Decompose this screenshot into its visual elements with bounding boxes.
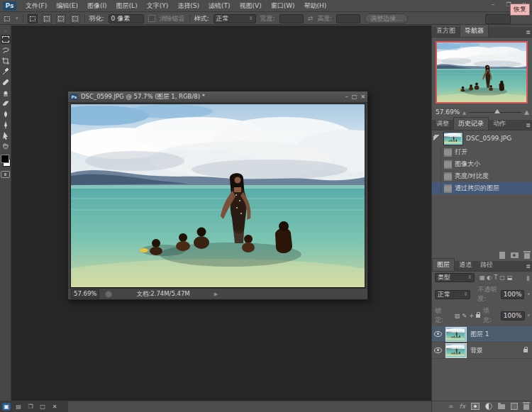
menu-help[interactable]: 帮助(H) [304, 1, 327, 11]
opacity-input[interactable]: 100% [501, 290, 525, 299]
tab-adjustments[interactable]: 调整 [432, 118, 453, 130]
new-snapshot-camera-icon[interactable] [511, 252, 519, 258]
document-canvas[interactable] [70, 104, 365, 288]
link-layers-icon[interactable]: ∞ [448, 403, 454, 410]
minibar-list-icon[interactable]: ▤ [14, 403, 23, 411]
history-source-well[interactable] [433, 147, 441, 157]
refine-edge-button[interactable]: 调整边缘… [365, 13, 408, 23]
minibar-restore-icon[interactable]: ❐ [26, 403, 35, 411]
document-window[interactable]: Ps DSC_0599.JPG @ 57.7% (图层 1, RGB/8) * … [67, 91, 368, 300]
layer-name[interactable]: 图层 1 [470, 330, 489, 339]
navigator-proxy-view[interactable] [436, 41, 528, 104]
blend-mode-select[interactable]: 正常⇕ [435, 290, 470, 299]
history-source-well[interactable] [433, 160, 441, 169]
new-group-folder-icon[interactable] [498, 404, 505, 409]
minimize-button[interactable]: – [487, 1, 499, 8]
history-step-open[interactable]: 打开 [432, 146, 532, 158]
layer-thumbnail[interactable] [445, 327, 467, 342]
menu-select[interactable]: 选择(S) [177, 1, 199, 11]
healing-brush-tool[interactable] [1, 77, 11, 87]
blur-tool[interactable] [1, 109, 11, 118]
menu-filter[interactable]: 滤镜(T) [209, 1, 231, 11]
menu-window[interactable]: 窗口(W) [271, 1, 295, 11]
doc-maximize-button[interactable]: □ [352, 94, 358, 100]
rectangular-marquee-tool[interactable] [1, 35, 11, 44]
intersect-selection-mode-button[interactable] [70, 14, 80, 23]
filter-pixel-layers-icon[interactable]: ▦ [480, 274, 485, 281]
tab-channels[interactable]: 通道 [455, 259, 476, 271]
zoom-out-mountain-icon[interactable]: ▲ [462, 110, 466, 115]
fill-input[interactable]: 100% [501, 311, 525, 321]
zoom-in-mountain-icon[interactable]: ▲ [524, 108, 529, 116]
filter-type-layers-icon[interactable]: T [494, 274, 498, 281]
layer-name[interactable]: 背景 [470, 346, 483, 355]
history-source-well[interactable] [433, 172, 441, 181]
pen-tool[interactable] [1, 120, 11, 129]
menu-file[interactable]: 文件(F) [26, 1, 47, 11]
status-zoom-input[interactable]: 57.69% [71, 289, 99, 299]
eraser-tool[interactable] [1, 99, 11, 108]
panel-menu-icon[interactable]: ≣ [526, 29, 531, 35]
lock-position-icon[interactable]: + [469, 313, 474, 319]
width-input[interactable] [279, 14, 304, 23]
filter-kind-select[interactable]: 类型⇕ [435, 273, 475, 282]
document-title-bar[interactable]: Ps DSC_0599.JPG @ 57.7% (图层 1, RGB/8) * … [68, 91, 367, 103]
tab-histogram[interactable]: 直方图 [432, 25, 460, 37]
add-layer-mask-icon[interactable] [471, 403, 480, 410]
menu-layer[interactable]: 图层(L) [116, 1, 138, 11]
status-flyout-arrow-icon[interactable]: ▶ [214, 291, 218, 297]
new-selection-mode-button[interactable] [28, 14, 38, 23]
visibility-eye-icon[interactable] [434, 347, 442, 353]
quick-mask-button[interactable] [1, 171, 10, 178]
workspace-switcher-button[interactable] [485, 14, 511, 24]
minimized-doc-icon[interactable]: ▣ [2, 403, 11, 411]
lock-all-icon[interactable] [476, 314, 480, 318]
adjustment-layer-icon[interactable] [485, 403, 492, 410]
feather-input[interactable]: 0 像素 [109, 14, 144, 23]
panel-menu-icon[interactable]: ≣ [526, 122, 531, 128]
history-snapshot-row[interactable]: DSC_0599.JPG [432, 130, 532, 146]
tab-paths[interactable]: 路径 [476, 259, 497, 271]
opacity-dropdown-icon[interactable]: ▾ [527, 291, 530, 297]
zoom-slider[interactable] [469, 112, 521, 113]
lasso-tool[interactable] [1, 45, 11, 55]
eyedropper-tool[interactable] [1, 67, 11, 76]
doc-minimize-button[interactable]: – [345, 94, 348, 100]
filter-toggle-switch[interactable]: ▮ [526, 274, 530, 282]
delete-layer-trash-icon[interactable] [523, 404, 529, 410]
lock-transparency-icon[interactable]: ▨ [455, 313, 460, 319]
tab-layers[interactable]: 图层 [432, 258, 455, 271]
panel-collapse-icon[interactable]: » [4, 28, 7, 33]
new-document-from-state-icon[interactable] [499, 252, 505, 259]
minibar-maximize-icon[interactable]: □ [38, 403, 47, 411]
add-selection-mode-button[interactable] [42, 14, 52, 23]
tab-history[interactable]: 历史记录 [453, 117, 489, 130]
history-brush-source-icon[interactable] [433, 135, 440, 142]
filter-smart-objects-icon[interactable]: ⬓ [507, 274, 513, 281]
zoom-slider-thumb[interactable] [494, 109, 500, 113]
history-source-well[interactable] [433, 184, 441, 193]
tab-actions[interactable]: 动作 [489, 118, 510, 130]
layer-row-layer1[interactable]: 图层 1 [432, 326, 532, 343]
menu-image[interactable]: 图像(I) [87, 1, 107, 11]
layer-thumbnail[interactable] [445, 343, 467, 358]
height-input[interactable] [336, 14, 360, 23]
doc-close-button[interactable]: ✕ [360, 94, 365, 100]
crop-tool[interactable] [1, 56, 11, 65]
menu-view[interactable]: 视图(V) [239, 1, 261, 11]
filter-adjustment-layers-icon[interactable]: ◐ [487, 274, 492, 281]
tab-navigator[interactable]: 导航器 [460, 24, 489, 37]
lock-pixels-icon[interactable]: ✎ [462, 313, 467, 319]
minibar-close-icon[interactable]: ✕ [50, 403, 59, 411]
navigator-zoom-input[interactable]: 57.69% [436, 108, 460, 116]
style-select[interactable]: 正常⇕ [214, 14, 256, 23]
history-step-brightness-contrast[interactable]: 亮度/对比度 [432, 170, 532, 182]
tool-preset-arrow-icon[interactable]: ▾ [16, 16, 18, 21]
antialias-checkbox[interactable] [148, 15, 155, 22]
history-step-layer-via-copy[interactable]: 通过拷贝的图层 [432, 182, 532, 194]
menu-edit[interactable]: 编辑(E) [56, 1, 78, 11]
layer-row-background[interactable]: 背景 [432, 343, 532, 359]
swap-dimensions-icon[interactable]: ⇄ [308, 15, 314, 22]
filter-shape-layers-icon[interactable]: ▢ [499, 274, 505, 281]
new-layer-icon[interactable] [511, 403, 518, 410]
